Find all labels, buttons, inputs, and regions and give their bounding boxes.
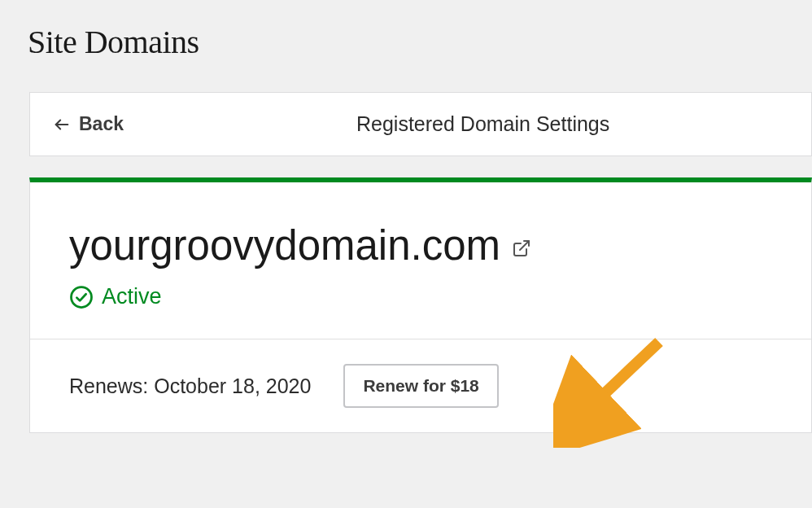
svg-line-1 xyxy=(520,241,529,250)
renew-button[interactable]: Renew for $18 xyxy=(343,364,498,408)
back-label: Back xyxy=(79,113,124,135)
settings-header-panel: Back Registered Domain Settings xyxy=(29,92,812,156)
page-title: Site Domains xyxy=(0,0,812,61)
check-circle-icon xyxy=(69,285,94,309)
renew-date-label: Renews: October 18, 2020 xyxy=(69,374,311,398)
panel-title: Registered Domain Settings xyxy=(356,112,609,136)
external-link-icon[interactable] xyxy=(512,239,531,258)
domain-card-body: yourgroovydomain.com Active xyxy=(30,182,811,339)
domain-card-footer: Renews: October 18, 2020 Renew for $18 xyxy=(30,339,811,432)
svg-point-2 xyxy=(72,287,92,307)
status-badge: Active xyxy=(102,284,162,309)
domain-name: yourgroovydomain.com xyxy=(69,221,500,269)
domain-card: yourgroovydomain.com Active Renews: Octo… xyxy=(29,177,812,433)
status-row: Active xyxy=(69,284,772,309)
domain-row: yourgroovydomain.com xyxy=(69,221,772,269)
panel-header: Back Registered Domain Settings xyxy=(30,93,811,155)
back-button[interactable]: Back xyxy=(53,113,124,135)
arrow-left-icon xyxy=(53,116,71,134)
